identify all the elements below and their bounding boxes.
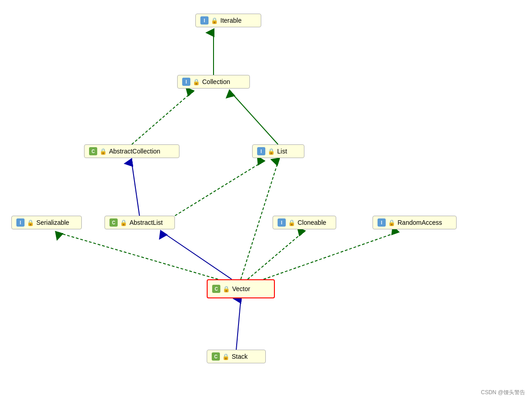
lock-icon-collection: 🔒 (193, 79, 200, 85)
label-list: List (277, 148, 287, 155)
label-randomaccess: RandomAccess (398, 219, 442, 226)
svg-line-2 (232, 93, 278, 144)
node-iterable: I 🔒 Iterable (195, 14, 261, 27)
lock-icon-list: 🔒 (268, 148, 275, 155)
label-abstractcollection: AbstractCollection (109, 148, 160, 155)
node-stack: C 🔒 Stack (207, 350, 266, 363)
lock-icon-abstractcollection: 🔒 (99, 148, 107, 155)
label-collection: Collection (202, 78, 230, 85)
lock-icon-stack: 🔒 (222, 353, 229, 360)
arrows-svg (0, 0, 532, 401)
lock-icon-serializable: 🔒 (27, 219, 34, 226)
label-iterable: Iterable (220, 17, 242, 24)
badge-cloneable: I (278, 218, 286, 227)
diagram-container: I 🔒 Iterable I 🔒 Collection C 🔒 Abstract… (0, 0, 532, 401)
label-serializable: Serializable (36, 219, 69, 226)
badge-abstractlist: C (109, 218, 118, 227)
svg-line-9 (264, 233, 395, 279)
badge-collection: I (182, 78, 190, 86)
node-collection: I 🔒 Collection (177, 75, 250, 89)
svg-line-3 (132, 163, 139, 216)
lock-icon-abstractlist: 🔒 (120, 219, 127, 226)
label-vector: Vector (232, 285, 250, 292)
lock-icon-cloneable: 🔒 (288, 219, 295, 226)
svg-line-10 (236, 299, 241, 350)
lock-icon-vector: 🔒 (223, 286, 230, 292)
node-abstractlist: C 🔒 AbstractList (104, 216, 175, 229)
badge-list: I (257, 147, 265, 155)
label-cloneable: Cloneable (298, 219, 326, 226)
svg-line-1 (132, 93, 191, 144)
badge-randomaccess: I (378, 218, 386, 227)
label-stack: Stack (232, 353, 248, 360)
node-list: I 🔒 List (252, 144, 304, 158)
lock-icon-randomaccess: 🔒 (388, 219, 395, 226)
svg-line-7 (59, 233, 218, 279)
svg-line-6 (164, 233, 232, 279)
badge-iterable: I (200, 16, 209, 25)
svg-line-4 (175, 163, 261, 216)
badge-abstractcollection: C (89, 147, 97, 155)
badge-stack: C (212, 352, 220, 361)
badge-serializable: I (16, 218, 25, 227)
watermark: CSDN @馒头警告 (481, 389, 525, 396)
node-cloneable: I 🔒 Cloneable (273, 216, 336, 229)
svg-line-8 (248, 233, 302, 279)
node-randomaccess: I 🔒 RandomAccess (373, 216, 457, 229)
node-abstractcollection: C 🔒 AbstractCollection (84, 144, 179, 158)
node-serializable: I 🔒 Serializable (11, 216, 82, 229)
lock-icon-iterable: 🔒 (211, 17, 218, 24)
label-abstractlist: AbstractList (129, 219, 163, 226)
badge-vector: C (212, 285, 220, 293)
node-vector: C 🔒 Vector (207, 279, 275, 298)
